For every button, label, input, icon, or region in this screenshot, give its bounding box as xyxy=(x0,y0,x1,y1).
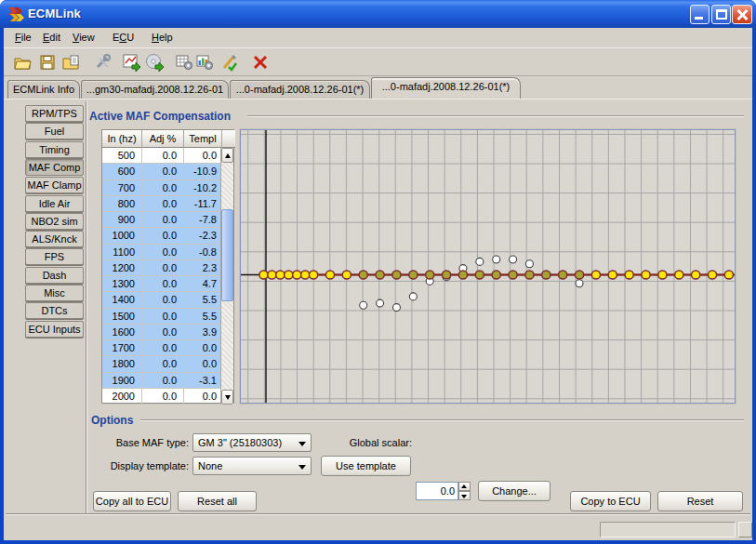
scroll-up-button[interactable] xyxy=(221,148,233,163)
table-row[interactable]: 8000.0-11.7 xyxy=(102,196,222,212)
cell-hz[interactable]: 700 xyxy=(102,180,142,196)
compensation-point[interactable] xyxy=(293,271,301,279)
menu-item-file[interactable]: File xyxy=(12,31,34,46)
cell-templ[interactable]: -0.8 xyxy=(184,245,222,260)
cell-hz[interactable]: 2000 xyxy=(102,389,142,405)
base-maf-type-combobox[interactable]: GM 3" (25180303) xyxy=(192,433,312,452)
compensation-point-selected[interactable] xyxy=(442,271,450,279)
cell-adj[interactable]: 0.0 xyxy=(142,212,184,228)
table-row[interactable]: 9000.0-7.8 xyxy=(102,212,222,228)
cell-hz[interactable]: 1400 xyxy=(102,292,142,308)
table-row[interactable]: 20000.00.0 xyxy=(102,389,222,405)
compensation-point-selected[interactable] xyxy=(458,271,467,279)
use-template-button[interactable]: Use template xyxy=(321,456,411,476)
cell-templ[interactable]: -10.9 xyxy=(184,164,222,179)
compensation-point-selected[interactable] xyxy=(409,271,418,279)
compensation-point-selected[interactable] xyxy=(575,271,583,279)
cell-adj[interactable]: 0.0 xyxy=(142,325,184,340)
copy-all-to-ecu-button[interactable]: Copy all to ECU xyxy=(93,491,171,511)
sidebar-item-ecu-inputs[interactable]: ECU Inputs xyxy=(25,321,84,338)
cell-adj[interactable]: 0.0 xyxy=(142,389,184,405)
table-row[interactable]: 10000.0-2.3 xyxy=(102,228,222,244)
table-header-in-hz[interactable]: In (hz) xyxy=(102,130,142,148)
menu-item-view[interactable]: View xyxy=(70,31,98,46)
reset-button[interactable]: Reset xyxy=(657,491,743,511)
toolbar-save-file-icon[interactable] xyxy=(38,53,57,72)
cell-hz[interactable]: 600 xyxy=(102,164,142,179)
cell-hz[interactable]: 1600 xyxy=(102,325,142,340)
toolbar-delete-icon[interactable] xyxy=(251,53,270,72)
compensation-point[interactable] xyxy=(310,271,318,279)
sidebar-item-timing[interactable]: Timing xyxy=(25,141,84,158)
compensation-point-selected[interactable] xyxy=(475,271,484,279)
compensation-point[interactable] xyxy=(268,271,276,279)
compensation-point[interactable] xyxy=(276,271,285,279)
cell-templ[interactable]: 0.0 xyxy=(184,389,222,405)
cell-hz[interactable]: 1500 xyxy=(102,309,142,325)
sidebar-item-als-knck[interactable]: ALS/Knck xyxy=(25,231,84,247)
compensation-point[interactable] xyxy=(608,271,617,279)
copy-to-ecu-button[interactable]: Copy to ECU xyxy=(570,491,651,511)
table-row[interactable]: 11000.0-0.8 xyxy=(102,245,222,260)
cell-hz[interactable]: 1800 xyxy=(102,356,142,372)
tab-log-3[interactable]: ...0-mafadj.2008.12.26-01(*) xyxy=(371,77,521,99)
sidebar-item-idle-air[interactable]: Idle Air xyxy=(25,195,84,212)
cell-templ[interactable]: -7.8 xyxy=(184,212,222,228)
compensation-point[interactable] xyxy=(675,271,683,279)
sidebar-item-maf-clamp[interactable]: MAF Clamp xyxy=(25,177,84,193)
global-scalar-input[interactable] xyxy=(416,482,458,500)
menu-item-ecu[interactable]: ECU xyxy=(110,31,137,46)
cell-hz[interactable]: 900 xyxy=(102,212,142,228)
table-row[interactable]: 5000.00.0 xyxy=(102,148,222,164)
compensation-point[interactable] xyxy=(708,271,716,279)
table-row[interactable]: 6000.0-10.9 xyxy=(102,164,222,179)
scrollbar-thumb[interactable] xyxy=(221,209,233,301)
toolbar-open-file-icon[interactable] xyxy=(13,53,32,72)
cell-adj[interactable]: 0.0 xyxy=(142,180,184,196)
compensation-point-selected[interactable] xyxy=(376,271,384,279)
sidebar-item-rpm-tps[interactable]: RPM/TPS xyxy=(25,105,84,122)
minimize-button[interactable] xyxy=(690,5,710,24)
toolbar-tools-icon[interactable] xyxy=(94,53,113,72)
compensation-point[interactable] xyxy=(642,271,650,279)
sidebar-item-maf-comp[interactable]: MAF Comp xyxy=(25,159,84,176)
cell-templ[interactable]: 0.0 xyxy=(184,356,222,372)
cell-adj[interactable]: 0.0 xyxy=(142,164,184,179)
compensation-point[interactable] xyxy=(301,271,310,279)
compensation-point-selected[interactable] xyxy=(509,271,517,279)
sidebar-item-fuel[interactable]: Fuel xyxy=(25,123,84,139)
maximize-button[interactable] xyxy=(711,5,731,24)
cell-templ[interactable]: -2.3 xyxy=(184,228,222,244)
cell-adj[interactable]: 0.0 xyxy=(142,228,184,244)
toolbar-configure-icon[interactable] xyxy=(220,53,239,72)
cell-hz[interactable]: 800 xyxy=(102,196,142,212)
cell-hz[interactable]: 1900 xyxy=(102,373,142,389)
compensation-point-selected[interactable] xyxy=(492,271,500,279)
chart-canvas[interactable] xyxy=(241,130,735,403)
cell-templ[interactable]: 0.0 xyxy=(184,148,222,164)
cell-adj[interactable]: 0.0 xyxy=(142,340,184,356)
table-scrollbar[interactable] xyxy=(220,148,233,405)
cell-templ[interactable]: -11.7 xyxy=(184,196,222,212)
menu-item-edit[interactable]: Edit xyxy=(40,31,63,46)
compensation-point[interactable] xyxy=(591,271,600,279)
cell-templ[interactable]: 2.3 xyxy=(184,260,222,276)
cell-templ[interactable]: -3.1 xyxy=(184,373,222,389)
tab-ecmlink-info[interactable]: ECMLink Info xyxy=(7,80,80,99)
table-header-templ[interactable]: Templ xyxy=(184,130,222,148)
compensation-point-selected[interactable] xyxy=(542,271,550,279)
cell-adj[interactable]: 0.0 xyxy=(142,245,184,260)
table-row[interactable]: 17000.00.0 xyxy=(102,340,222,356)
table-row[interactable]: 19000.0-3.1 xyxy=(102,373,222,389)
cell-templ[interactable]: 3.9 xyxy=(184,325,222,340)
sidebar-item-dtcs[interactable]: DTCs xyxy=(25,302,84,319)
title-bar[interactable]: ECMLink xyxy=(0,0,756,28)
scalar-spin-up-button[interactable] xyxy=(458,482,471,491)
cell-templ[interactable]: 0.0 xyxy=(184,340,222,356)
cell-hz[interactable]: 500 xyxy=(102,148,142,164)
compensation-point-selected[interactable] xyxy=(392,271,401,279)
compensation-point[interactable] xyxy=(325,271,334,279)
compensation-point-selected[interactable] xyxy=(426,271,434,279)
table-row[interactable]: 15000.05.5 xyxy=(102,309,222,325)
resize-grip[interactable] xyxy=(738,522,752,537)
